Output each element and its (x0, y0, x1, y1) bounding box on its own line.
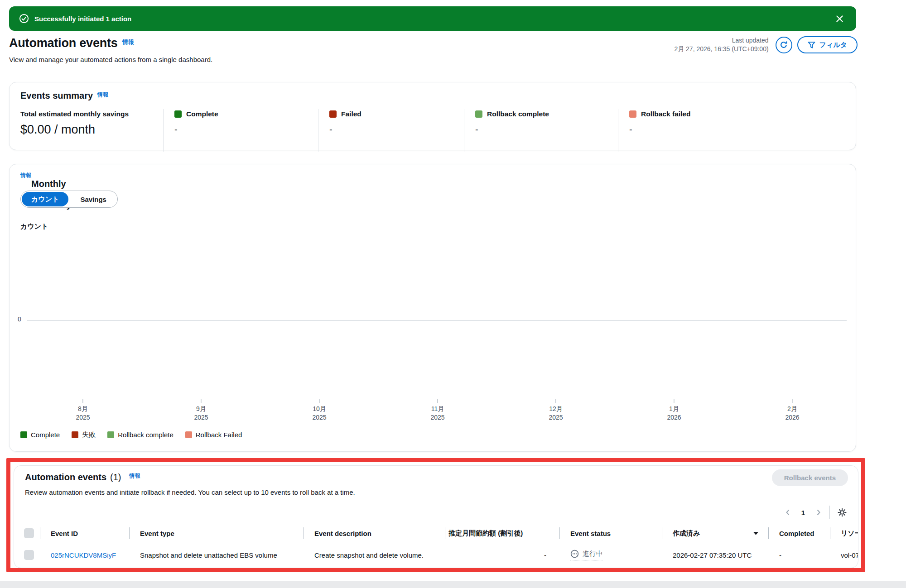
events-table: Event ID Event type Event description 推定… (14, 525, 858, 568)
events-summary-title: Events summary情報 (10, 91, 856, 101)
last-updated-label: Last updated (674, 36, 768, 45)
page-title-info-link[interactable]: 情報 (122, 38, 134, 45)
events-summary-title-text: Events summary (20, 91, 93, 100)
chevron-left-icon (784, 509, 791, 516)
column-header-event-status[interactable]: Event status (559, 525, 662, 542)
success-flashbar: Successfully initiated 1 action (9, 6, 856, 31)
page-header: Automation events情報 View and manage your… (9, 36, 212, 63)
chart-zero-baseline (27, 320, 847, 321)
select-all-checkbox[interactable] (24, 528, 34, 538)
column-header-created[interactable]: 作成済み (662, 525, 768, 542)
column-header-estimated-savings[interactable]: 推定月間節約額 (割引後) (445, 525, 559, 542)
created-cell: 2026-02-27 07:35:20 UTC (662, 551, 768, 559)
column-header-completed[interactable]: Completed (768, 525, 830, 542)
table-description: Review automation events and initiate ro… (25, 488, 355, 496)
events-summary-card: Events summary情報 Total estimated monthly… (9, 82, 856, 150)
row-checkbox[interactable] (24, 550, 34, 560)
filter-button-label: フィルタ (819, 41, 847, 49)
events-summary-info-link[interactable]: 情報 (97, 91, 108, 98)
legend-item-complete[interactable]: Complete (20, 431, 60, 439)
metric-label: Failed (341, 110, 361, 118)
toggle-count-segment[interactable]: カウント (22, 192, 68, 206)
automation-events-card: Automation events (1) 情報 Rollback events… (14, 465, 858, 568)
complete-swatch-icon (174, 110, 182, 118)
rollback-failed-legend-swatch-icon (185, 431, 192, 438)
chart-zero-tick-label: 0 (18, 316, 21, 323)
legend-item-failed[interactable]: 失敗 (72, 430, 96, 439)
rollback-complete-legend-swatch-icon (107, 431, 114, 438)
event-status-cell: 進行中 (559, 550, 662, 560)
legend-item-rollback-failed[interactable]: Rollback Failed (185, 431, 242, 439)
status-in-progress: 進行中 (570, 550, 603, 560)
metric-rollback-failed: Rollback failed - (618, 109, 856, 152)
column-header-event-type[interactable]: Event type (129, 525, 304, 542)
table-title: Automation events (25, 472, 106, 483)
dismiss-flashbar-button[interactable] (833, 12, 846, 25)
event-type-cell: Snapshot and delete unattached EBS volum… (129, 551, 304, 559)
column-label: Event description (314, 530, 371, 537)
metric-value: - (174, 124, 309, 135)
page-description: View and manage your automated actions f… (9, 56, 212, 63)
chevron-right-icon (815, 509, 822, 516)
last-updated-value: 2月 27, 2026, 16:35 (UTC+09:00) (674, 45, 768, 53)
flashbar-message: Successfully initiated 1 action (34, 15, 131, 23)
x-tick: 9月2025 (194, 399, 208, 422)
column-header-resource[interactable]: リソー (830, 525, 858, 542)
pagination-divider (829, 506, 830, 519)
chart-legend: Complete 失敗 Rollback complete Rollback F… (20, 430, 242, 439)
table-preferences-button[interactable] (835, 506, 849, 519)
completed-cell: - (768, 551, 830, 559)
failed-legend-swatch-icon (72, 431, 78, 438)
metric-value: - (329, 124, 455, 135)
success-check-icon (19, 14, 29, 24)
rollback-failed-swatch-icon (629, 110, 636, 118)
footer-strip (0, 581, 906, 588)
column-header-event-description[interactable]: Event description (304, 525, 445, 542)
filter-funnel-icon (808, 41, 815, 49)
next-page-button[interactable] (813, 507, 824, 518)
metric-rollback-complete: Rollback complete - (464, 109, 618, 152)
legend-label: 失敗 (82, 430, 96, 439)
column-label: Event ID (51, 530, 78, 537)
column-label: 作成済み (673, 529, 700, 538)
toggle-savings-segment[interactable]: Savings (70, 192, 116, 206)
column-label: Event type (140, 530, 174, 537)
metric-total-savings: Total estimated monthly savings $0.00 / … (10, 109, 163, 152)
header-actions: Last updated 2月 27, 2026, 16:35 (UTC+09:… (666, 36, 858, 53)
resource-cell: vol-07 (830, 551, 858, 559)
column-header-event-id[interactable]: Event ID (40, 525, 129, 542)
legend-label: Rollback Failed (196, 431, 242, 439)
page-number-button[interactable]: 1 (799, 508, 808, 517)
metric-value: - (629, 124, 847, 135)
rollback-events-button[interactable]: Rollback events (772, 469, 848, 486)
table-count-badge: (1) (110, 472, 121, 483)
x-tick: 2月2026 (785, 399, 799, 422)
legend-label: Complete (31, 431, 60, 439)
last-updated: Last updated 2月 27, 2026, 16:35 (UTC+09:… (674, 36, 768, 53)
close-icon (836, 15, 843, 23)
filter-button[interactable]: フィルタ (797, 36, 858, 53)
legend-label: Rollback complete (118, 431, 173, 439)
column-label: 推定月間節約額 (割引後) (448, 529, 523, 538)
monthly-summary-info-link[interactable]: 情報 (20, 172, 31, 179)
x-tick: 11月2025 (430, 399, 444, 422)
event-id-link[interactable]: 025rNCUKDV8MSiyF (51, 551, 116, 559)
status-label: 進行中 (583, 550, 603, 558)
x-tick: 12月2025 (549, 399, 563, 422)
table-info-link[interactable]: 情報 (129, 472, 140, 480)
metric-complete: Complete - (163, 109, 318, 152)
previous-page-button[interactable] (782, 507, 793, 518)
metric-label: Complete (186, 110, 218, 118)
chart-mode-segmented-control: カウント Savings (20, 191, 118, 208)
monthly-events-summary-card: Monthly events summary 情報 カウント Savings カ… (9, 164, 856, 452)
metric-failed: Failed - (318, 109, 464, 152)
refresh-button[interactable] (776, 37, 792, 53)
estimated-savings-cell: - (445, 551, 559, 559)
chart-y-axis-label: カウント (20, 222, 48, 231)
metric-label: Total estimated monthly savings (20, 110, 129, 118)
legend-item-rollback-complete[interactable]: Rollback complete (107, 431, 173, 439)
gear-icon (837, 507, 847, 517)
refresh-icon (780, 41, 788, 49)
column-label: Event status (570, 530, 611, 537)
column-label: Completed (779, 530, 814, 537)
